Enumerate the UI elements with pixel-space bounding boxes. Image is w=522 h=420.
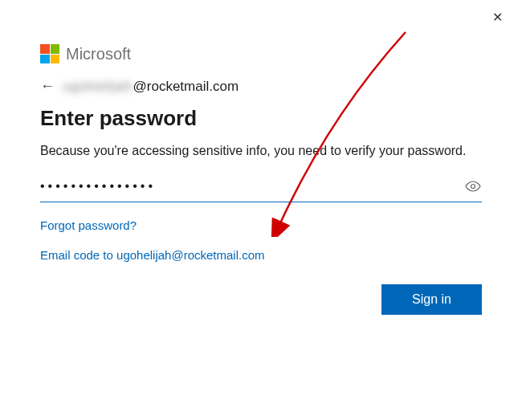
email-code-link[interactable]: Email code to ugohelijah@rocketmail.com xyxy=(40,248,482,262)
microsoft-logo-icon xyxy=(40,44,59,63)
svg-point-0 xyxy=(471,185,475,189)
button-row: Sign in xyxy=(40,284,482,315)
forgot-password-link[interactable]: Forgot password? xyxy=(40,218,482,232)
signin-button[interactable]: Sign in xyxy=(381,284,482,315)
brand-name: Microsoft xyxy=(66,45,131,63)
description-text: Because you're accessing sensitive info,… xyxy=(40,142,482,160)
eye-icon[interactable] xyxy=(464,177,482,195)
identity-domain: @rocketmail.com xyxy=(133,79,239,94)
back-arrow-icon[interactable]: ← xyxy=(40,78,55,95)
brand-row: Microsoft xyxy=(40,44,482,63)
signin-dialog: Microsoft ← ugohelijah@rocketmail.com En… xyxy=(0,0,522,347)
close-icon[interactable]: ✕ xyxy=(492,10,503,25)
password-input[interactable] xyxy=(40,179,464,194)
password-field-row xyxy=(40,174,482,202)
page-title: Enter password xyxy=(40,106,482,131)
identity-row[interactable]: ← ugohelijah@rocketmail.com xyxy=(40,78,482,95)
identity-email: ugohelijah@rocketmail.com xyxy=(63,79,239,95)
